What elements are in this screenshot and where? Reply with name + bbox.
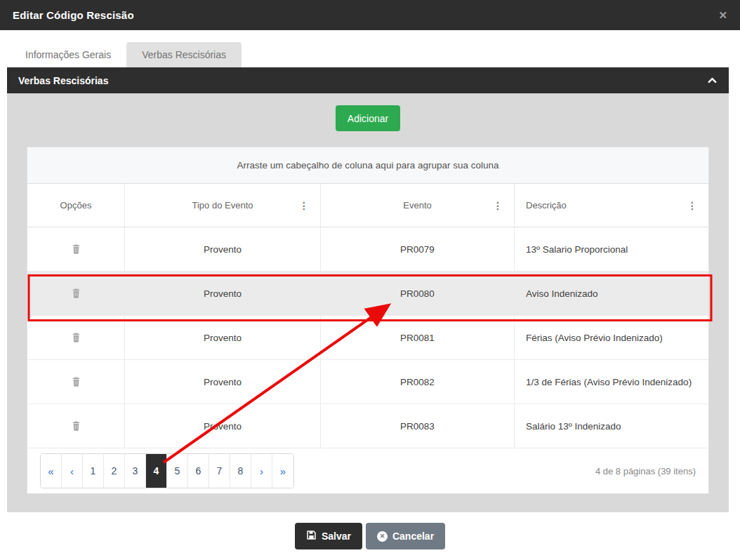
salvar-button[interactable]: Salvar — [295, 523, 362, 549]
pager-last-button[interactable]: » — [272, 454, 293, 488]
tab-label: Informações Gerais — [25, 49, 111, 60]
row-evento-cell: PR0081 — [321, 316, 515, 359]
row-tipo-cell: Provento — [125, 404, 321, 448]
modal-title: Editar Código Rescisão — [13, 9, 134, 21]
column-header-evento[interactable]: Evento ⋮ — [321, 184, 515, 227]
row-descricao-cell: 1/3 de Férias (Aviso Prévio Indenizado) — [515, 360, 708, 404]
grid-header-row: Opções Tipo do Evento ⋮ Evento ⋮ Descriç… — [27, 184, 708, 227]
trash-icon[interactable] — [72, 333, 81, 342]
modal-footer: Salvar ✕ Cancelar — [0, 512, 740, 560]
pager-page-3[interactable]: 3 — [125, 454, 146, 488]
table-row-highlighted: Provento PR0080 Aviso Indenizado — [27, 272, 708, 316]
table-row: Provento PR0082 1/3 de Férias (Aviso Pré… — [27, 360, 708, 404]
verbas-rescisorias-panel: Verbas Rescisórias Adicionar Arraste um … — [7, 67, 729, 512]
row-options-cell — [27, 227, 125, 271]
row-options-cell — [27, 360, 125, 404]
pager-prev-button[interactable]: ‹ — [62, 454, 83, 488]
row-tipo-cell: Provento — [125, 360, 321, 404]
pager-info: 4 de 8 páginas (39 itens) — [595, 466, 696, 476]
table-row: Provento PR0083 Salário 13º Indenizado — [27, 404, 708, 448]
column-header-descricao[interactable]: Descrição ⋮ — [515, 184, 708, 227]
pager-page-1[interactable]: 1 — [83, 454, 104, 488]
pager-page-4-active[interactable]: 4 — [146, 454, 167, 488]
row-tipo-cell: Provento — [125, 316, 321, 359]
row-descricao-cell: Aviso Indenizado — [515, 272, 708, 315]
row-descricao-cell: Salário 13º Indenizado — [515, 404, 708, 448]
row-descricao-cell: 13º Salario Proporcional — [515, 227, 708, 271]
trash-icon[interactable] — [72, 244, 81, 254]
pager-page-6[interactable]: 6 — [188, 454, 209, 488]
pager-buttons: « ‹ 1 2 3 4 5 6 7 8 › » — [40, 453, 294, 488]
row-evento-cell: PR0082 — [321, 360, 515, 404]
column-menu-icon[interactable]: ⋮ — [493, 200, 503, 211]
verbas-grid: Arraste um cabeçalho de coluna aqui para… — [27, 147, 709, 494]
chevron-up-icon[interactable] — [707, 75, 718, 86]
close-icon[interactable]: ✕ — [718, 10, 727, 20]
pager-page-5[interactable]: 5 — [167, 454, 188, 488]
tab-bar: Informações Gerais Verbas Rescisórias — [0, 30, 740, 67]
pager: « ‹ 1 2 3 4 5 6 7 8 › » 4 de 8 páginas (… — [27, 448, 708, 493]
row-tipo-cell: Provento — [125, 272, 321, 315]
row-options-cell — [27, 404, 125, 448]
row-tipo-cell: Provento — [125, 227, 321, 271]
column-header-tipo-do-evento[interactable]: Tipo do Evento ⋮ — [125, 184, 321, 227]
panel-header: Verbas Rescisórias — [7, 67, 729, 93]
table-row: Provento PR0081 Férias (Aviso Prévio Ind… — [27, 316, 708, 360]
trash-icon[interactable] — [72, 421, 81, 431]
grid-group-hint: Arraste um cabeçalho de coluna aqui para… — [27, 147, 708, 184]
pager-page-7[interactable]: 7 — [209, 454, 230, 488]
trash-icon[interactable] — [72, 377, 81, 387]
column-menu-icon[interactable]: ⋮ — [299, 200, 309, 211]
row-descricao-cell: Férias (Aviso Prévio Indenizado) — [515, 316, 708, 359]
row-evento-cell: PR0079 — [321, 227, 515, 271]
cancel-icon: ✕ — [377, 531, 388, 542]
trash-icon[interactable] — [72, 288, 81, 298]
save-icon — [306, 530, 317, 542]
pager-next-button[interactable]: › — [251, 454, 272, 488]
row-evento-cell: PR0083 — [321, 404, 515, 448]
panel-body: Adicionar Arraste um cabeçalho de coluna… — [7, 93, 729, 512]
pager-page-8[interactable]: 8 — [230, 454, 251, 488]
pager-page-2[interactable]: 2 — [104, 454, 125, 488]
cancelar-button[interactable]: ✕ Cancelar — [366, 523, 445, 549]
row-options-cell — [27, 316, 125, 359]
row-options-cell — [27, 272, 125, 315]
column-header-opcoes: Opções — [27, 184, 125, 227]
modal-header: Editar Código Rescisão ✕ — [0, 0, 740, 30]
row-evento-cell: PR0080 — [321, 272, 515, 315]
tab-label: Verbas Rescisórias — [142, 49, 226, 60]
column-menu-icon[interactable]: ⋮ — [687, 200, 697, 211]
panel-title: Verbas Rescisórias — [18, 75, 108, 86]
adicionar-button[interactable]: Adicionar — [336, 105, 400, 131]
pager-first-button[interactable]: « — [41, 454, 62, 488]
tab-verbas-rescisorias[interactable]: Verbas Rescisórias — [126, 42, 242, 67]
table-row: Provento PR0079 13º Salario Proporcional — [27, 227, 708, 272]
tab-informacoes-gerais[interactable]: Informações Gerais — [10, 42, 126, 67]
